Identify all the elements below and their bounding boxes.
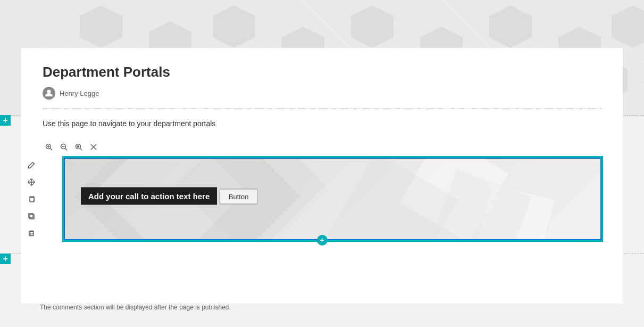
zoom-toolbar <box>43 141 601 153</box>
duplicate-button[interactable] <box>24 209 39 224</box>
svg-line-2 <box>51 149 53 151</box>
comments-description: The comments section will be displayed a… <box>40 304 623 311</box>
delete-button[interactable] <box>24 226 39 241</box>
author-row: Henry Legge <box>43 87 601 109</box>
add-section-mid-button[interactable]: + <box>0 254 11 264</box>
cta-text: Add your call to action text here <box>81 187 217 205</box>
fit-button[interactable] <box>72 141 85 153</box>
main-content-card: Department Portals Henry Legge Use this … <box>21 48 623 304</box>
hex-shape-3 <box>213 5 255 48</box>
hex-shape-1 <box>80 5 122 48</box>
cta-section: Add your call to action text here Button <box>43 158 601 240</box>
svg-point-10 <box>78 146 79 148</box>
cta-block[interactable]: Add your call to action text here Button <box>64 158 601 240</box>
zoom-in-button[interactable] <box>43 141 55 153</box>
edit-button[interactable] <box>24 158 39 173</box>
svg-point-0 <box>47 90 51 94</box>
svg-rect-18 <box>29 232 34 236</box>
left-tools <box>22 158 40 241</box>
page-title: Department Portals <box>43 64 601 80</box>
page-description: Use this page to navigate to your depart… <box>43 119 601 128</box>
close-button[interactable] <box>87 141 100 153</box>
zoom-out-button[interactable] <box>57 141 70 153</box>
cta-content: Add your call to action text here Button <box>81 187 257 211</box>
svg-rect-17 <box>30 215 34 219</box>
copy-button[interactable] <box>24 192 39 207</box>
svg-line-9 <box>80 149 82 151</box>
hex-shape-7 <box>489 5 532 48</box>
author-name: Henry Legge <box>60 89 99 97</box>
svg-rect-16 <box>29 214 33 218</box>
move-button[interactable] <box>24 175 39 190</box>
hex-shape-5 <box>351 5 394 48</box>
bottom-resize-handle[interactable] <box>317 235 328 246</box>
svg-line-6 <box>65 149 68 151</box>
avatar <box>43 87 55 100</box>
add-section-top-button[interactable]: + <box>0 115 11 126</box>
hex-shape-9 <box>612 5 644 48</box>
cta-action-button[interactable]: Button <box>220 189 258 204</box>
